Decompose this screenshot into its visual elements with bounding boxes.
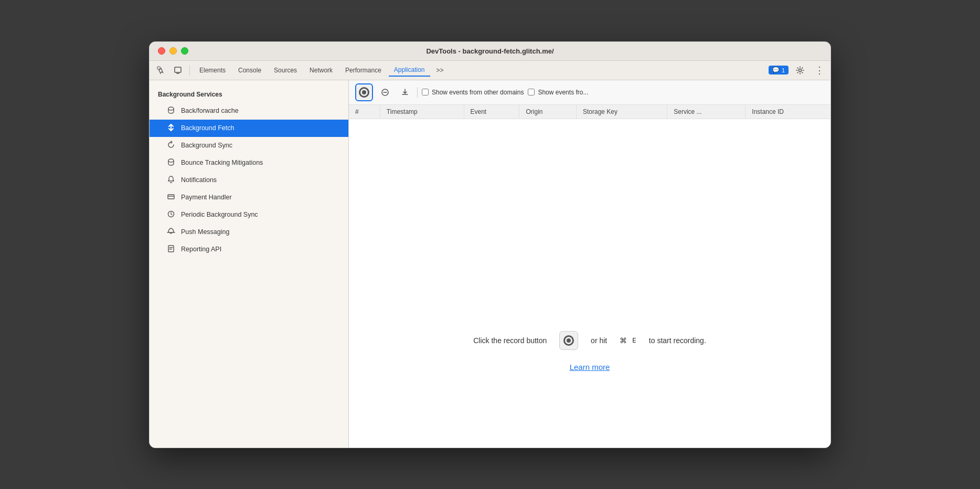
events-table: # Timestamp Event Origin Storage Key Ser… (349, 105, 830, 119)
content-area: Show events from other domains Show even… (349, 80, 830, 448)
col-storage-key: Storage Key (576, 105, 667, 119)
learn-more-link[interactable]: Learn more (570, 363, 610, 371)
svg-rect-2 (176, 73, 179, 74)
traffic-lights (158, 47, 188, 55)
sidebar-item-bgfetch[interactable]: Background Fetch (150, 120, 348, 137)
col-instance-id: Instance ID (745, 105, 830, 119)
record-button[interactable] (355, 83, 373, 101)
sidebar: Background Services Back/forward cache B… (150, 80, 349, 448)
cmd-symbol: ⌘ (620, 336, 627, 345)
sidebar-item-bgsync[interactable]: Background Sync (150, 137, 348, 154)
events-table-container: # Timestamp Event Origin Storage Key Ser… (349, 105, 830, 256)
record-icon (359, 87, 369, 98)
titlebar: DevTools - background-fetch.glitch.me/ (150, 42, 830, 61)
close-button[interactable] (158, 47, 165, 55)
console-badge[interactable]: 💬 1 (769, 66, 789, 75)
bgsync-icon (166, 141, 176, 151)
tab-elements[interactable]: Elements (194, 65, 231, 76)
svg-rect-6 (168, 195, 174, 199)
tab-console[interactable]: Console (233, 65, 267, 76)
empty-state: Click the record button or hit ⌘ E to st… (349, 255, 830, 448)
tab-performance[interactable]: Performance (340, 65, 387, 76)
device-icon[interactable] (171, 63, 185, 78)
col-event: Event (464, 105, 519, 119)
show-events-checkbox-2[interactable]: Show events fro... (528, 89, 588, 96)
svg-rect-0 (157, 67, 160, 69)
reporting-icon (166, 244, 176, 254)
main-toolbar: Elements Console Sources Network Perform… (150, 61, 830, 80)
notifications-label: Notifications (181, 176, 217, 184)
backforward-icon (166, 106, 176, 116)
tab-application[interactable]: Application (389, 64, 430, 77)
mini-record-dot (567, 338, 571, 343)
mini-record-button (559, 331, 578, 350)
empty-state-text-end: to start recording. (649, 336, 706, 345)
download-button[interactable] (397, 84, 413, 100)
show-events-input-1[interactable] (422, 89, 429, 95)
col-number: # (349, 105, 380, 119)
show-events-label-2: Show events fro... (538, 89, 588, 96)
show-events-input-2[interactable] (528, 89, 535, 95)
push-label: Push Messaging (181, 228, 229, 236)
show-events-checkbox-1[interactable]: Show events from other domains (422, 89, 524, 96)
sidebar-item-bouncetracking[interactable]: Bounce Tracking Mitigations (150, 154, 348, 172)
empty-state-message: Click the record button or hit ⌘ E to st… (473, 331, 706, 350)
notifications-icon (166, 175, 176, 185)
svg-point-3 (799, 69, 802, 71)
maximize-button[interactable] (181, 47, 188, 55)
svg-point-5 (168, 159, 174, 162)
sidebar-item-payment[interactable]: Payment Handler (150, 189, 348, 206)
bgfetch-icon (166, 123, 176, 133)
empty-state-text-after: or hit (591, 336, 607, 345)
mini-record-icon (563, 335, 574, 346)
col-service: Service ... (667, 105, 745, 119)
more-tabs-button[interactable]: >> (432, 65, 448, 76)
bouncetracking-icon (166, 158, 176, 168)
push-icon (166, 227, 176, 237)
col-origin: Origin (519, 105, 576, 119)
bgfetch-label: Background Fetch (181, 124, 234, 132)
svg-rect-8 (168, 246, 174, 252)
cursor-icon[interactable] (154, 63, 168, 78)
sidebar-item-periodicbgsync[interactable]: Periodic Background Sync (150, 206, 348, 224)
sidebar-item-notifications[interactable]: Notifications (150, 172, 348, 189)
sidebar-item-backforward[interactable]: Back/forward cache (150, 102, 348, 120)
toolbar-separator-1 (189, 65, 190, 76)
tab-sources[interactable]: Sources (269, 65, 302, 76)
main-content: Background Services Back/forward cache B… (150, 80, 830, 448)
more-options-icon[interactable]: ⋮ (812, 63, 826, 78)
payment-icon (166, 193, 176, 203)
periodicbgsync-icon (166, 210, 176, 220)
payment-label: Payment Handler (181, 194, 232, 201)
window-title: DevTools - background-fetch.glitch.me/ (426, 47, 553, 55)
reporting-label: Reporting API (181, 246, 221, 253)
table-header-row: # Timestamp Event Origin Storage Key Ser… (349, 105, 830, 119)
content-toolbar: Show events from other domains Show even… (349, 80, 830, 105)
tab-network[interactable]: Network (304, 65, 338, 76)
content-toolbar-separator (417, 87, 418, 98)
backforward-label: Back/forward cache (181, 107, 239, 114)
bouncetracking-label: Bounce Tracking Mitigations (181, 159, 263, 166)
empty-state-text-before: Click the record button (473, 336, 547, 345)
settings-icon[interactable] (793, 63, 807, 78)
svg-rect-1 (175, 67, 181, 72)
toolbar-right: 💬 1 ⋮ (769, 63, 826, 78)
col-timestamp: Timestamp (380, 105, 464, 119)
record-dot (362, 90, 366, 94)
minimize-button[interactable] (169, 47, 177, 55)
bgsync-label: Background Sync (181, 142, 232, 149)
devtools-window: DevTools - background-fetch.glitch.me/ E… (149, 41, 831, 448)
periodicbgsync-label: Periodic Background Sync (181, 211, 258, 218)
sidebar-section-title: Background Services (150, 89, 348, 102)
show-events-label-1: Show events from other domains (432, 89, 524, 96)
shortcut-key: E (632, 336, 636, 344)
sidebar-item-push[interactable]: Push Messaging (150, 224, 348, 241)
sidebar-item-reporting[interactable]: Reporting API (150, 241, 348, 258)
clear-button[interactable] (377, 84, 393, 100)
svg-point-4 (168, 107, 174, 110)
